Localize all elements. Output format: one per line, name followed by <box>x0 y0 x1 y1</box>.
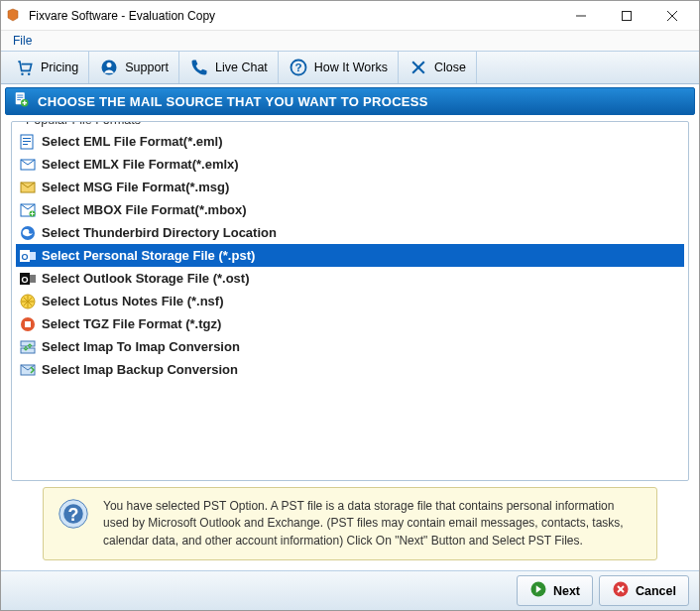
headset-icon <box>99 58 119 77</box>
footer: Next Cancel <box>1 570 699 610</box>
svg-rect-15 <box>17 99 21 100</box>
format-item[interactable]: Select MBOX File Format(*.mbox) <box>16 198 684 221</box>
menu-file[interactable]: File <box>7 32 38 50</box>
next-label: Next <box>553 584 580 598</box>
format-label: Select MBOX File Format(*.mbox) <box>42 202 247 217</box>
window-close-button[interactable] <box>649 2 695 30</box>
cancel-button[interactable]: Cancel <box>599 575 689 606</box>
window-title: Fixvare Software - Evaluation Copy <box>29 9 558 23</box>
format-item[interactable]: Select TGZ File Format (*.tgz) <box>16 312 684 335</box>
toolbar: Pricing Support Live Chat ? How It Works… <box>1 51 699 84</box>
format-item[interactable]: Select Imap To Imap Conversion <box>16 335 684 358</box>
toolbar-label: Close <box>434 61 466 74</box>
cart-icon <box>15 58 35 77</box>
format-item[interactable]: Select Imap Backup Conversion <box>16 358 684 381</box>
mbox-icon <box>20 202 36 218</box>
format-item[interactable]: OSelect Personal Storage File (*.pst) <box>16 244 684 267</box>
svg-rect-13 <box>17 95 23 96</box>
svg-rect-32 <box>30 252 36 260</box>
format-label: Select TGZ File Format (*.tgz) <box>42 316 221 331</box>
title-bar: Fixvare Software - Evaluation Copy <box>1 1 699 31</box>
outlook-ost-icon: O <box>20 271 36 287</box>
outlook-pst-icon: O <box>20 248 36 264</box>
format-label: Select Outlook Storage File (*.ost) <box>42 271 249 286</box>
main-panel: Popular File Formats Select EML File For… <box>11 121 689 570</box>
format-label: Select MSG File Format(*.msg) <box>42 180 229 194</box>
format-item[interactable]: Select Thunderbird Directory Location <box>16 221 684 244</box>
svg-text:O: O <box>21 252 28 262</box>
info-text: You have selected PST Option. A PST file… <box>103 498 642 550</box>
format-label: Select EML File Format(*.eml) <box>42 134 223 149</box>
format-list: Select EML File Format(*.eml)Select EMLX… <box>16 130 684 381</box>
msg-icon <box>20 180 36 195</box>
format-item[interactable]: OSelect Outlook Storage File (*.ost) <box>16 267 684 290</box>
lotus-icon <box>20 294 36 309</box>
imap-backup-icon <box>20 362 36 378</box>
toolbar-label: How It Works <box>314 61 388 74</box>
info-icon: ? <box>58 498 89 534</box>
cancel-label: Cancel <box>636 584 676 598</box>
pricing-button[interactable]: Pricing <box>5 52 89 83</box>
format-label: Select Imap Backup Conversion <box>42 362 238 377</box>
how-it-works-button[interactable]: ? How It Works <box>279 52 399 83</box>
imap-sync-icon <box>20 339 36 355</box>
svg-rect-22 <box>23 144 28 145</box>
phone-icon <box>189 58 209 77</box>
svg-rect-21 <box>23 141 31 142</box>
emlx-icon <box>20 157 36 173</box>
thunderbird-icon <box>20 225 36 241</box>
format-label: Select Lotus Notes File (*.nsf) <box>42 294 223 308</box>
next-arrow-icon <box>529 580 547 601</box>
svg-text:?: ? <box>294 61 301 73</box>
format-label: Select EMLX File Format(*.emlx) <box>42 157 239 172</box>
live-chat-button[interactable]: Live Chat <box>179 52 279 83</box>
svg-point-4 <box>21 72 24 75</box>
close-button[interactable]: Close <box>399 52 477 83</box>
instruction-bar: CHOOSE THE MAIL SOURCE THAT YOU WANT TO … <box>5 87 695 115</box>
svg-rect-20 <box>23 138 31 139</box>
maximize-button[interactable] <box>604 2 649 30</box>
format-item[interactable]: Select EMLX File Format(*.emlx) <box>16 153 684 176</box>
svg-text:O: O <box>21 275 28 285</box>
format-item[interactable]: Select Lotus Notes File (*.nsf) <box>16 290 684 312</box>
svg-text:?: ? <box>68 505 79 525</box>
toolbar-label: Live Chat <box>215 61 268 74</box>
svg-rect-35 <box>30 275 36 283</box>
format-label: Select Imap To Imap Conversion <box>42 339 240 354</box>
instruction-text: CHOOSE THE MAIL SOURCE THAT YOU WANT TO … <box>38 94 428 109</box>
cancel-icon <box>612 580 630 601</box>
group-label: Popular File Formats <box>22 121 145 127</box>
toolbar-label: Support <box>125 61 169 74</box>
format-item[interactable]: Select MSG File Format(*.msg) <box>16 176 684 198</box>
question-icon: ? <box>289 58 308 77</box>
app-icon <box>5 7 23 25</box>
close-icon <box>408 58 428 77</box>
eml-icon <box>20 134 36 150</box>
svg-point-7 <box>107 62 112 67</box>
format-label: Select Thunderbird Directory Location <box>42 225 277 240</box>
support-button[interactable]: Support <box>89 52 179 83</box>
tgz-icon <box>20 316 36 332</box>
toolbar-label: Pricing <box>41 61 78 74</box>
svg-rect-14 <box>17 97 23 98</box>
next-button[interactable]: Next <box>517 575 593 606</box>
svg-rect-38 <box>25 321 31 327</box>
svg-rect-1 <box>623 11 632 20</box>
svg-point-5 <box>28 72 31 75</box>
info-box: ? You have selected PST Option. A PST fi… <box>43 487 657 560</box>
format-label: Select Personal Storage File (*.pst) <box>42 248 255 263</box>
formats-group: Popular File Formats Select EML File For… <box>11 121 689 481</box>
menu-bar: File <box>1 31 699 51</box>
minimize-button[interactable] <box>558 2 604 30</box>
document-add-icon <box>12 90 30 112</box>
format-item[interactable]: Select EML File Format(*.eml) <box>16 130 684 153</box>
